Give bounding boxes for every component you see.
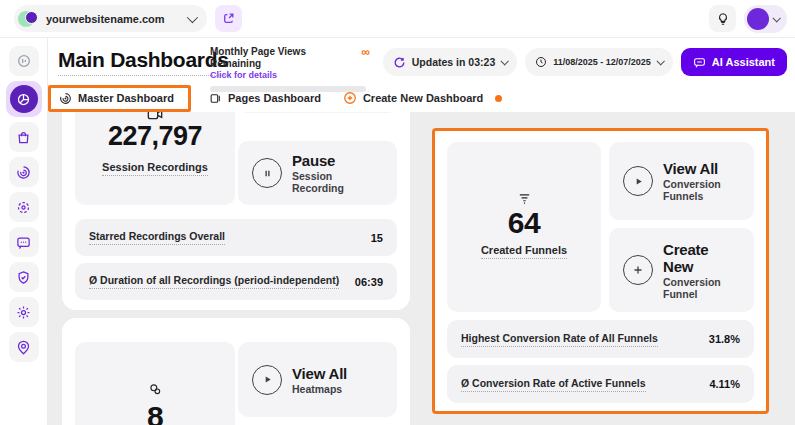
- session-recordings-label: Session Recordings: [102, 161, 208, 176]
- dashboards-icon: [10, 85, 38, 113]
- ai-assistant-button[interactable]: AI Assistant: [681, 48, 787, 76]
- view-all-heatmaps-sub: Heatmaps: [292, 383, 347, 395]
- page-title: Main Dashboards: [58, 48, 229, 76]
- notification-dot: [495, 95, 502, 102]
- plus-icon: [623, 255, 653, 285]
- created-funnels-stat-card[interactable]: 64 Created Funnels: [447, 142, 601, 312]
- tab-pages-label: Pages Dashboard: [228, 92, 321, 104]
- heatmap-icon: [16, 200, 31, 215]
- pause-recording-button[interactable]: Pause Session Recording: [238, 141, 397, 205]
- click-icon: [148, 382, 162, 396]
- tab-create-dashboard[interactable]: Create New Dashboard: [343, 91, 502, 105]
- avg-duration-label: Ø Duration of all Recordings (period-ind…: [89, 274, 339, 289]
- infinity-badge: ∞: [361, 46, 370, 58]
- chevron-down-icon: [186, 11, 197, 22]
- date-range-picker[interactable]: 11/08/2025 - 12/07/2025: [525, 48, 673, 76]
- tab-pages-dashboard[interactable]: Pages Dashboard: [209, 92, 321, 105]
- tab-master-dashboard[interactable]: Master Dashboard: [59, 92, 174, 105]
- highest-conversion-row[interactable]: Highest Conversion Rate of All Funnels 3…: [447, 320, 754, 358]
- pause-icon: [252, 158, 282, 188]
- heatmaps-count: 8: [147, 400, 163, 425]
- sidebar-item-dashboards[interactable]: [6, 81, 42, 117]
- chevron-down-icon: [656, 57, 664, 65]
- sidebar-item-settings[interactable]: [9, 297, 39, 327]
- top-bar: yourwebsitename.com: [0, 0, 795, 38]
- funnel-icon: [517, 192, 532, 206]
- view-all-heatmaps-button[interactable]: View All Heatmaps: [238, 342, 397, 417]
- play-icon: [252, 365, 282, 395]
- open-website-button[interactable]: [215, 5, 242, 32]
- create-funnel-title: Create New: [663, 241, 740, 275]
- starred-recordings-value: 15: [371, 232, 383, 244]
- view-all-heatmaps-title: View All: [292, 365, 347, 382]
- gear-icon: [16, 305, 31, 320]
- sidebar-item-session-recordings[interactable]: [9, 157, 39, 187]
- master-dashboard-highlight: Master Dashboard: [48, 85, 191, 112]
- chevron-down-icon: [501, 57, 509, 65]
- avg-conversion-row[interactable]: Ø Conversion Rate of Active Funnels 4.11…: [447, 365, 754, 403]
- page-header: Main Dashboards Monthly Page Views Remai…: [48, 38, 795, 112]
- sidebar-item-overview[interactable]: [9, 46, 39, 76]
- unseen-recordings-card[interactable]: Unseen Recordings: [238, 112, 397, 113]
- ai-chat-icon: [693, 56, 706, 69]
- ideas-button[interactable]: [709, 5, 736, 32]
- avg-duration-value: 06:39: [355, 276, 383, 288]
- account-menu[interactable]: [744, 5, 787, 33]
- monthly-details-link[interactable]: Click for details: [210, 70, 370, 80]
- funnels-panel-highlight: 64 Created Funnels View All Conversion F…: [432, 128, 769, 414]
- pause-title: Pause: [292, 152, 383, 169]
- video-camera-icon: [147, 112, 163, 121]
- sidebar-item-ecommerce[interactable]: [9, 122, 39, 152]
- clock-icon: [535, 56, 547, 68]
- shopping-bag-icon: [16, 130, 31, 145]
- created-funnels-label: Created Funnels: [481, 244, 567, 259]
- starred-recordings-row[interactable]: Starred Recordings Overall 15: [75, 219, 397, 256]
- sidebar-item-feedback[interactable]: [9, 227, 39, 257]
- view-all-funnels-title: View All: [663, 160, 740, 177]
- plus-circle-icon: [343, 91, 357, 105]
- refresh-icon: [393, 56, 406, 69]
- sidebar-item-heatmaps[interactable]: [9, 192, 39, 222]
- updates-dropdown[interactable]: Updates in 03:23: [383, 48, 517, 76]
- user-pin-icon: [16, 340, 31, 355]
- session-replay-icon: [16, 165, 31, 180]
- create-funnel-button[interactable]: Create New Conversion Funnel: [609, 228, 754, 312]
- overview-icon: [16, 53, 32, 69]
- session-recordings-count: 227,797: [108, 121, 202, 152]
- pause-subtitle: Session Recording: [292, 170, 383, 194]
- session-recordings-panel: 227,797 Session Recordings Unseen Record…: [62, 112, 410, 310]
- pages-dashboard-icon: [209, 92, 222, 105]
- website-name: yourwebsitename.com: [46, 13, 165, 25]
- chat-bubble-icon: [16, 235, 31, 250]
- session-recordings-stat-card[interactable]: 227,797 Session Recordings: [75, 112, 235, 205]
- dashboard-content: 227,797 Session Recordings Unseen Record…: [48, 112, 795, 425]
- shield-check-icon: [16, 270, 31, 285]
- avg-conversion-value: 4.11%: [709, 378, 740, 390]
- view-all-funnels-button[interactable]: View All Conversion Funnels: [609, 142, 754, 220]
- app-root: yourwebsitename.com: [0, 0, 795, 425]
- starred-recordings-label: Starred Recordings Overall: [89, 230, 225, 245]
- external-link-icon: [222, 12, 235, 25]
- date-range-label: 11/08/2025 - 12/07/2025: [553, 57, 651, 67]
- avg-duration-row[interactable]: Ø Duration of all Recordings (period-ind…: [75, 263, 397, 300]
- sidebar-item-seo[interactable]: [9, 262, 39, 292]
- topbar-right: [709, 5, 787, 33]
- website-favicon: [18, 9, 38, 29]
- heatmaps-stat-card[interactable]: 8: [75, 342, 235, 425]
- ai-assistant-label: AI Assistant: [712, 56, 775, 68]
- play-icon: [623, 166, 653, 196]
- updates-label: Updates in 03:23: [412, 56, 495, 68]
- highest-conversion-label: Highest Conversion Rate of All Funnels: [461, 332, 658, 347]
- sidebar: [0, 38, 48, 425]
- master-dashboard-icon: [59, 92, 72, 105]
- lightbulb-icon: [716, 12, 730, 26]
- tab-create-label: Create New Dashboard: [363, 92, 483, 104]
- create-funnel-sub: Conversion Funnel: [663, 276, 740, 300]
- website-selector[interactable]: yourwebsitename.com: [14, 5, 207, 32]
- monthly-pageviews-label: Monthly Page Views Remaining: [210, 46, 330, 69]
- avg-conversion-label: Ø Conversion Rate of Active Funnels: [461, 377, 646, 392]
- created-funnels-count: 64: [508, 206, 540, 240]
- dashboard-tabs: Master Dashboard Pages Dashboard Create …: [48, 84, 502, 112]
- highest-conversion-value: 31.8%: [709, 333, 740, 345]
- sidebar-item-profile[interactable]: [9, 332, 39, 362]
